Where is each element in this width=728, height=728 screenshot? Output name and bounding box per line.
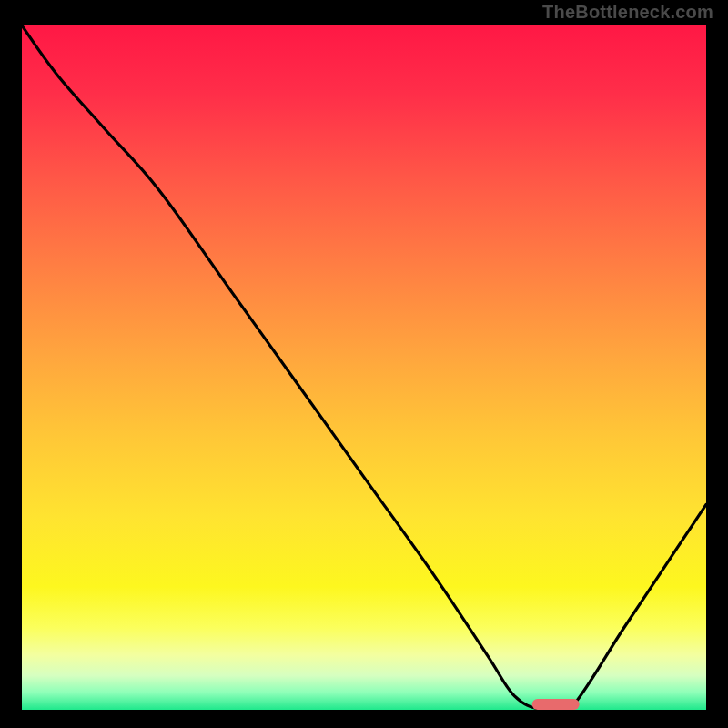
watermark-label: TheBottleneck.com xyxy=(542,2,713,23)
bottleneck-curve xyxy=(22,25,706,710)
chart-frame: TheBottleneck.com xyxy=(0,0,728,728)
optimal-marker xyxy=(531,699,580,710)
plot-area xyxy=(22,25,706,710)
